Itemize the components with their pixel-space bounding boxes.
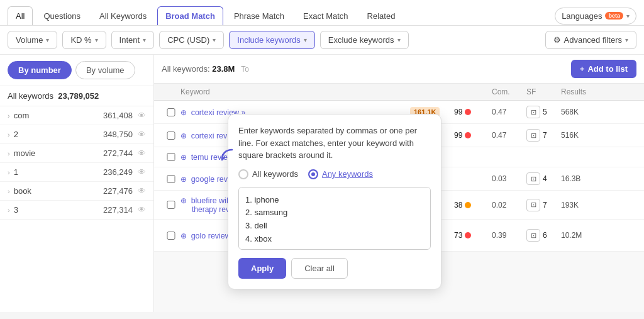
sf-value: 7 <box>543 201 547 210</box>
kd-dot <box>465 232 471 238</box>
eye-icon[interactable]: 👁 <box>138 130 146 139</box>
row-checkbox[interactable] <box>162 108 180 116</box>
sidebar-item-count: 348,750 <box>103 130 133 139</box>
kd-value: 99 <box>454 131 462 140</box>
sf-box: ⊡ <box>526 199 540 211</box>
list-item[interactable]: › 3 227,314 👁 <box>0 201 153 220</box>
sidebar-item-count: 227,314 <box>103 205 133 215</box>
com-value: 0.47 <box>492 108 526 116</box>
kd-filter[interactable]: KD % ▾ <box>62 31 106 49</box>
add-to-list-label: Add to list <box>587 64 628 74</box>
keyword-count-label: All keywords: 23.8M <box>162 64 235 74</box>
sidebar-total-row: All keywords 23,789,052 <box>0 86 153 106</box>
chevron-right-icon: › <box>8 150 10 157</box>
include-keywords-filter[interactable]: Include keywords ▾ <box>229 31 314 49</box>
sidebar-total-count: 23,789,052 <box>58 91 99 101</box>
radio-label-all: All keywords <box>252 169 298 179</box>
list-item[interactable]: › 2 348,750 👁 <box>0 125 153 144</box>
sf-value: 5 <box>543 108 547 116</box>
tab-questions[interactable]: Questions <box>35 6 89 25</box>
chevron-down-icon: ▾ <box>143 36 146 43</box>
kd-label: KD % <box>70 35 91 45</box>
results-value: 10.2M <box>561 231 596 240</box>
sidebar-item-label: com <box>14 111 103 120</box>
chevron-right-icon: › <box>8 206 10 214</box>
eye-icon[interactable]: 👁 <box>138 111 146 120</box>
table-header-row: All keywords: 23.8M To + Add to list <box>154 55 644 84</box>
plus-circle-icon: ⊕ <box>180 196 187 205</box>
languages-label: Languages <box>562 11 602 21</box>
eye-icon[interactable]: 👁 <box>138 205 146 215</box>
volume-filter[interactable]: Volume ▾ <box>8 31 57 49</box>
sidebar-tab-by-number[interactable]: By number <box>8 61 72 79</box>
chevron-right-icon: › <box>8 169 10 176</box>
eye-icon[interactable]: 👁 <box>138 148 146 158</box>
apply-button[interactable]: Apply <box>238 258 286 279</box>
radio-any-keywords[interactable]: Any keywords <box>308 169 373 179</box>
chevron-down-icon: ▾ <box>46 36 49 43</box>
chevron-right-icon: › <box>8 187 10 195</box>
table-columns: Keyword Com. SF Results <box>154 84 644 101</box>
include-keywords-popup: Enter keywords separated by commas or on… <box>228 114 441 289</box>
row-checkbox[interactable] <box>162 232 180 240</box>
intent-filter[interactable]: Intent ▾ <box>111 31 155 49</box>
cpc-filter[interactable]: CPC (USD) ▾ <box>159 31 224 49</box>
plus-circle-icon: ⊕ <box>180 175 187 184</box>
com-value: 0.02 <box>492 201 526 210</box>
results-value: 516K <box>561 131 596 140</box>
plus-icon: + <box>580 64 585 74</box>
chevron-down-icon: ▾ <box>397 36 401 43</box>
eye-icon[interactable]: 👁 <box>138 167 146 177</box>
kd-value: 38 <box>454 201 462 210</box>
settings-icon: ⚙ <box>553 35 561 45</box>
sidebar-item-count: 227,476 <box>103 186 133 196</box>
advanced-filters-button[interactable]: ⚙ Advanced filters ▾ <box>545 31 637 49</box>
results-value: 193K <box>561 201 596 210</box>
row-checkbox[interactable] <box>162 132 180 140</box>
tab-all[interactable]: All <box>8 6 33 25</box>
row-checkbox[interactable] <box>162 175 180 183</box>
chevron-right-icon: › <box>8 131 10 138</box>
keywords-textarea[interactable]: 1. iphone 2. samsung 3. dell 4. xbox <box>238 187 431 250</box>
sidebar-item-label: book <box>14 186 103 196</box>
sf-value: 7 <box>543 131 547 140</box>
com-value: 0.47 <box>492 131 526 140</box>
content-area: By number By volume All keywords 23,789,… <box>0 55 644 312</box>
plus-circle-icon: ⊕ <box>180 232 187 240</box>
sf-box: ⊡ <box>526 106 540 118</box>
tab-broad-match[interactable]: Broad Match <box>157 6 223 25</box>
row-checkbox[interactable] <box>162 153 180 161</box>
kd-dot <box>465 202 471 208</box>
list-item[interactable]: › com 361,408 👁 <box>0 106 153 125</box>
eye-icon[interactable]: 👁 <box>138 186 146 196</box>
row-checkbox[interactable] <box>162 201 180 209</box>
tab-related[interactable]: Related <box>359 6 404 25</box>
popup-buttons: Apply Clear all <box>238 258 431 279</box>
sidebar-tab-by-volume[interactable]: By volume <box>75 61 135 79</box>
tab-exact-match[interactable]: Exact Match <box>295 6 357 25</box>
radio-all-keywords[interactable]: All keywords <box>238 169 298 179</box>
sidebar: By number By volume All keywords 23,789,… <box>0 55 154 312</box>
languages-dropdown[interactable]: Languages beta ▾ <box>555 8 636 25</box>
clear-all-button[interactable]: Clear all <box>291 258 348 279</box>
col-results: Results <box>561 87 596 96</box>
tab-all-keywords[interactable]: All Keywords <box>91 6 155 25</box>
com-value: 0.03 <box>492 174 526 183</box>
list-item[interactable]: › book 227,476 👁 <box>0 182 153 201</box>
list-item[interactable]: › movie 272,744 👁 <box>0 144 153 163</box>
include-keywords-label: Include keywords <box>237 35 300 45</box>
exclude-keywords-filter[interactable]: Exclude keywords ▾ <box>320 31 409 49</box>
plus-circle-icon: ⊕ <box>180 132 187 140</box>
sidebar-item-label: 3 <box>14 205 103 215</box>
tab-phrase-match[interactable]: Phrase Match <box>226 6 292 25</box>
col-sf: SF <box>526 87 561 96</box>
kd-dot <box>465 109 471 115</box>
com-value: 0.39 <box>492 231 526 240</box>
list-item[interactable]: › 1 236,249 👁 <box>0 163 153 182</box>
sf-value: 6 <box>543 231 547 240</box>
beta-badge: beta <box>605 12 623 20</box>
sidebar-item-label: 1 <box>14 167 103 177</box>
chevron-down-icon: ▾ <box>95 36 98 43</box>
add-to-list-button[interactable]: + Add to list <box>571 60 636 78</box>
plus-circle-icon: ⊕ <box>180 153 187 162</box>
